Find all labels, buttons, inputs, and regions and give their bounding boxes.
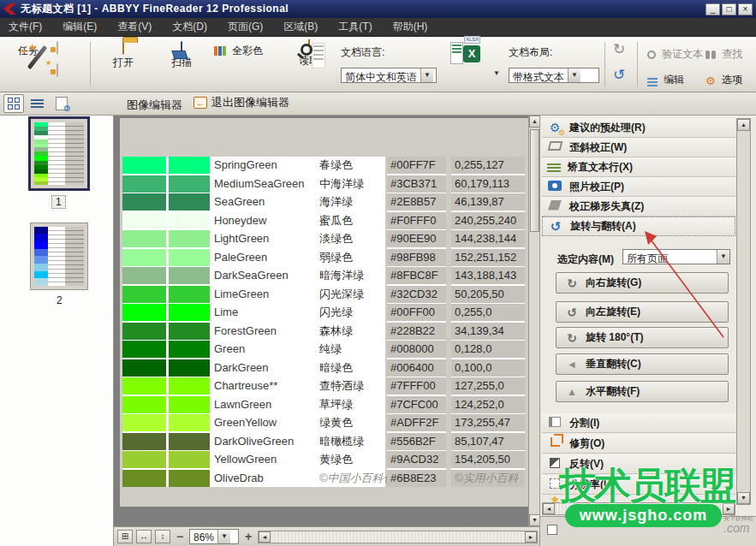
panel-item-crop[interactable]: 修剪(O) — [542, 434, 735, 454]
canvas-vertical-scrollbar[interactable]: ▲ ▼ — [528, 116, 539, 526]
scroll-left-button[interactable]: ◄ — [543, 503, 555, 514]
scrollbar-thumb[interactable] — [530, 129, 539, 232]
scanned-page-image[interactable]: SpringGreen春绿色#00FF7F0,255,127 MediumSea… — [120, 118, 528, 507]
color-swatch — [122, 470, 166, 487]
rotate-left-button[interactable]: ↺向左旋转(E) — [556, 301, 729, 323]
flip-horizontal-button[interactable]: ▲水平翻转(F) — [556, 381, 729, 402]
color-swatch — [169, 396, 210, 413]
scroll-up-button[interactable]: ▲ — [529, 116, 539, 128]
page-settings-button[interactable] — [51, 94, 72, 113]
panel-vertical-scrollbar[interactable]: ▲ ▼ — [736, 118, 751, 505]
menu-tools[interactable]: 工具(T) — [338, 20, 372, 34]
panel-item-split[interactable]: 分割(I) — [542, 413, 735, 433]
main-toolbar: ★★★ 任务 打开 扫描 全彩色 编辑图像 读取 文档语言: 简体中文和英语 — [0, 37, 756, 92]
verify-lens-icon — [647, 50, 656, 59]
color-name-cn: 黄绿色 — [319, 451, 353, 468]
panel-item-straighten-lines[interactable]: 矫直文本行(X) — [542, 157, 735, 177]
color-swatch — [169, 414, 210, 431]
page-number-1[interactable]: 1 — [51, 195, 66, 209]
zoom-in-button[interactable]: + — [242, 531, 254, 543]
menu-area[interactable]: 区域(B) — [283, 20, 318, 34]
color-rgb: 124,252,0 — [451, 396, 525, 413]
save-button[interactable]: X XLSX 保存 — [442, 42, 485, 58]
image-editor-canvas[interactable]: SpringGreen春绿色#00FF7F0,255,127 MediumSea… — [114, 116, 539, 526]
scroll-right-button[interactable]: ► — [525, 531, 537, 543]
color-rgb: 0,100,0 — [451, 359, 525, 377]
minimize-button[interactable]: _ — [705, 3, 720, 15]
color-swatch — [169, 433, 210, 450]
menu-edit[interactable]: 编辑(E) — [63, 20, 97, 34]
options-label: 选项 — [722, 74, 742, 86]
table-row: LimeGreen闪光深绿#32CD3250,205,50 — [120, 286, 528, 303]
menu-view[interactable]: 查看(V) — [117, 20, 152, 34]
color-name: Green — [214, 341, 245, 358]
zoom-level-dropdown[interactable]: 86% ▼ — [189, 529, 239, 544]
options-button[interactable]: ⚙ 选项 — [705, 73, 742, 87]
save-dropdown-button[interactable]: ▼ — [493, 69, 500, 77]
close-button[interactable]: × — [738, 3, 753, 15]
chevron-down-icon: ▼ — [717, 250, 729, 264]
panel-item-rotate-flip[interactable]: ↺旋转与翻转(A) — [542, 217, 735, 236]
menu-document[interactable]: 文档(D) — [172, 20, 207, 34]
panel-checkbox[interactable] — [547, 525, 557, 535]
doc-language-dropdown[interactable]: 简体中文和英语 ▼ — [341, 68, 437, 83]
doc-layout-value: 带格式文本 — [509, 68, 568, 82]
pages-panel: 1 2 — [0, 116, 114, 546]
panel-item-preprocess[interactable]: ⚙建议的预处理(R) — [542, 118, 735, 138]
color-rgb: 0,128,0 — [451, 341, 525, 358]
color-hex: #228B22 — [387, 323, 446, 340]
panel-item-deskew[interactable]: 歪斜校正(W) — [542, 138, 735, 157]
canvas-horizontal-scrollbar[interactable]: ◄ ► — [258, 531, 538, 543]
fit-page-button[interactable]: ⊞ — [117, 530, 133, 543]
new-page-button[interactable] — [57, 42, 58, 54]
find-button[interactable]: 查找 — [705, 47, 742, 62]
rotate-right-button[interactable]: ↻向右旋转(G) — [556, 272, 729, 294]
read-document-icon — [308, 39, 310, 53]
page-number-2[interactable]: 2 — [53, 294, 66, 306]
menu-page[interactable]: 页面(G) — [228, 20, 263, 34]
zoom-out-button[interactable]: − — [174, 531, 186, 543]
scroll-up-button[interactable]: ▲ — [737, 119, 750, 131]
page-thumbnail-2[interactable] — [30, 223, 88, 290]
detail-view-button[interactable] — [27, 94, 47, 113]
doc-language-label: 文档语言: — [341, 45, 384, 60]
color-name: OliveDrab — [214, 470, 264, 487]
open-button[interactable]: 打开 — [99, 42, 147, 70]
color-name: LimeGreen — [214, 286, 269, 303]
panel-item-trapezoid-correction[interactable]: 校正梯形失真(Z) — [542, 197, 735, 217]
page-thumbnail-1[interactable] — [28, 116, 90, 191]
table-row: OliveDrab©中国小百科色#6B8E23©实用小百科 — [120, 470, 528, 487]
scroll-down-button[interactable]: ▼ — [529, 514, 539, 526]
undo-button[interactable]: ↺ — [613, 68, 625, 82]
fit-height-button[interactable]: ↕ — [155, 530, 170, 543]
back-arrow-icon: ← — [193, 97, 207, 109]
task-button[interactable]: ★★★ 任务 — [9, 42, 48, 58]
maximize-button[interactable]: □ — [722, 3, 736, 15]
color-name: Lime — [214, 304, 238, 321]
table-row: Chartreuse**查特酒绿#7FFF00127,255,0 — [120, 377, 528, 395]
panel-item-label: 歪斜校正(W) — [569, 140, 627, 155]
rotate-180-button[interactable]: ↻旋转 180°(T) — [556, 327, 729, 348]
edit-button[interactable]: 编辑 — [647, 73, 684, 87]
doc-layout-dropdown[interactable]: 带格式文本 ▼ — [509, 68, 599, 83]
full-color-button[interactable]: 全彩色 — [214, 44, 263, 58]
selection-dropdown[interactable]: 所有页面 ▼ — [622, 249, 730, 264]
pages-button[interactable] — [57, 64, 58, 76]
exit-image-editor-button[interactable]: ← 退出图像编辑器 — [193, 95, 289, 110]
scroll-left-button[interactable]: ◄ — [259, 531, 271, 543]
verify-text-button[interactable]: 验证文本 — [647, 47, 703, 62]
scan-button[interactable]: 扫描 — [156, 42, 207, 70]
read-button[interactable]: 读取 — [289, 40, 329, 68]
application-window: 无标题文档 [1] - ABBYY FineReader 12 Professi… — [0, 0, 756, 546]
table-row: YellowGreen黄绿色#9ACD32154,205,50 — [120, 451, 528, 468]
color-swatch — [169, 377, 210, 395]
flip-vertical-button[interactable]: ◄垂直翻转(C) — [556, 353, 729, 375]
redo-button[interactable]: ↻ — [613, 42, 625, 56]
table-row: Honeydew蜜瓜色#F0FFF0240,255,240 — [120, 212, 528, 229]
menu-file[interactable]: 文件(F) — [9, 20, 42, 34]
menu-help[interactable]: 帮助(H) — [393, 20, 428, 34]
watermark-corner-domain: .com — [723, 521, 749, 535]
thumbnail-view-button[interactable] — [3, 94, 24, 113]
panel-item-photo-correction[interactable]: 照片校正(P) — [542, 177, 735, 197]
fit-width-button[interactable]: ↔ — [136, 530, 152, 543]
